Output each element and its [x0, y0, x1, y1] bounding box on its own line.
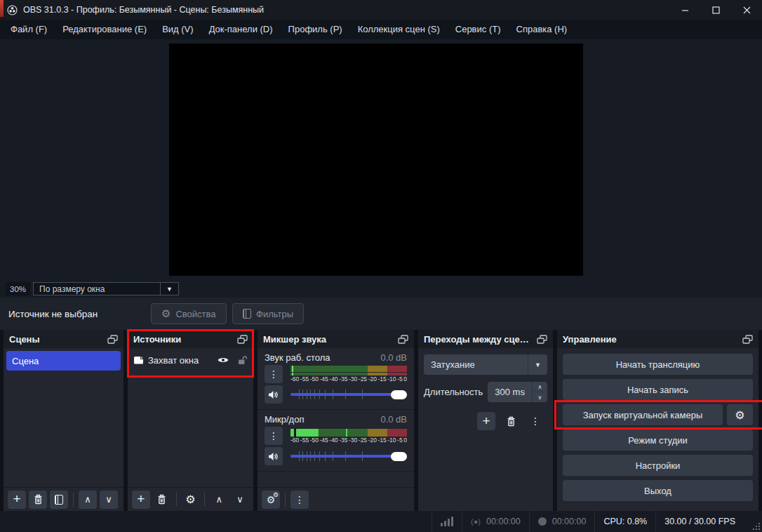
- obs-logo-icon: [7, 5, 18, 15]
- menu-edit[interactable]: Редактирование (E): [55, 20, 154, 39]
- scene-filters-button[interactable]: [50, 491, 68, 509]
- preview-area: 30% По размеру окна ▼: [0, 39, 762, 298]
- selected-source-status: Источник не выбран: [8, 309, 98, 319]
- scenes-dock-title: Сцены: [9, 334, 40, 345]
- signal-bars-icon: [441, 517, 453, 526]
- transitions-dock-header[interactable]: Переходы между сце…: [418, 330, 553, 348]
- add-transition-button[interactable]: +: [477, 412, 495, 430]
- mute-button[interactable]: [265, 447, 283, 465]
- exit-button[interactable]: Выход: [563, 480, 753, 501]
- chevron-down-icon: ▼: [528, 354, 547, 375]
- filters-button-label: Фильтры: [256, 309, 293, 319]
- meter-tick: -40: [329, 437, 337, 444]
- dots-icon: ⋮: [269, 430, 279, 441]
- scene-list-item[interactable]: Сцена: [6, 351, 121, 371]
- window-title: OBS 31.0.3 - Профиль: Безымянный - Сцены…: [23, 5, 264, 15]
- advanced-audio-button[interactable]: ⚙ ⚙: [262, 491, 280, 509]
- volume-meter: -60-55-50-45-40-35-30-25-20-15-10-50: [290, 429, 407, 444]
- title-bar[interactable]: OBS 31.0.3 - Профиль: Безымянный - Сцены…: [0, 0, 762, 20]
- move-source-up-button[interactable]: ∧: [210, 491, 228, 509]
- start-recording-button[interactable]: Начать запись: [563, 379, 753, 400]
- chevron-down-icon: ∨: [236, 494, 243, 505]
- menu-tools[interactable]: Сервис (T): [448, 20, 509, 39]
- transition-dropdown[interactable]: Затухание ▼: [424, 354, 547, 375]
- duration-input[interactable]: 300 ms: [488, 382, 532, 402]
- transitions-body: Затухание ▼ Длительность 300 ms ∧ ∨ +: [418, 348, 553, 511]
- popout-dock-icon[interactable]: [742, 335, 753, 344]
- add-scene-button[interactable]: +: [8, 491, 26, 509]
- meter-tick: -10: [387, 437, 396, 444]
- channel-menu-button[interactable]: ⋮: [265, 427, 283, 445]
- studio-mode-button[interactable]: Режим студии: [563, 430, 753, 451]
- menu-file[interactable]: Файл (F): [3, 20, 55, 39]
- meter-tick: -45: [319, 437, 328, 444]
- filters-icon: [55, 495, 63, 505]
- transitions-dock: Переходы между сце… Затухание ▼ Длительн…: [418, 330, 553, 511]
- meter-tick: -30: [349, 437, 357, 444]
- spin-down-button[interactable]: ∨: [533, 392, 547, 402]
- meter-tick: -25: [359, 437, 367, 444]
- meter-bar-left: [290, 366, 407, 372]
- meter-tick: -15: [377, 376, 386, 383]
- status-bar-right: (●) 00:00:00 00:00:00 CPU: 0.8% 30.00 / …: [432, 511, 762, 532]
- start-streaming-button[interactable]: Начать трансляцию: [563, 354, 753, 375]
- maximize-button[interactable]: [700, 0, 731, 20]
- meter-tick: -50: [310, 437, 319, 444]
- menu-profile[interactable]: Профиль (P): [281, 20, 350, 39]
- transition-menu-button[interactable]: ⋮: [526, 412, 544, 430]
- fps-value: 30.00 / 30.00 FPS: [664, 517, 735, 526]
- channel-menu-button[interactable]: ⋮: [265, 365, 283, 383]
- remove-scene-button[interactable]: [29, 491, 47, 509]
- scenes-dock-header[interactable]: Сцены: [4, 330, 123, 348]
- meter-tick: -15: [377, 437, 386, 444]
- speaker-icon: [268, 390, 279, 399]
- add-source-button[interactable]: +: [132, 491, 150, 509]
- slider-handle[interactable]: [391, 390, 407, 399]
- resize-grip[interactable]: [753, 523, 760, 530]
- volume-slider[interactable]: [290, 389, 407, 400]
- properties-button[interactable]: ⚙ Свойства: [151, 303, 227, 324]
- source-properties-button[interactable]: ⚙: [182, 491, 200, 509]
- popout-dock-icon[interactable]: [537, 335, 547, 344]
- duration-label: Длительность: [424, 387, 483, 397]
- volume-meter: -60-55-50-45-40-35-30-25-20-15-10-50: [290, 366, 407, 383]
- meter-tick: 0: [403, 376, 407, 383]
- meter-tick: 0: [403, 437, 407, 444]
- remove-source-button[interactable]: [153, 491, 171, 509]
- preview-canvas[interactable]: [169, 44, 583, 276]
- menu-help[interactable]: Справка (H): [509, 20, 575, 39]
- menu-scene-collection[interactable]: Коллекция сцен (S): [350, 20, 448, 39]
- mute-button[interactable]: [265, 385, 283, 404]
- settings-button[interactable]: Настройки: [563, 455, 753, 476]
- move-scene-up-button[interactable]: ∧: [79, 491, 97, 509]
- volume-slider[interactable]: [290, 451, 407, 462]
- mixer-dock-header[interactable]: Микшер звука: [258, 330, 414, 348]
- meter-tick: -60: [290, 376, 299, 383]
- chevron-up-icon: ∧: [84, 494, 91, 505]
- move-source-down-button[interactable]: ∨: [231, 491, 249, 509]
- scene-item-label: Сцена: [12, 356, 39, 366]
- minimize-button[interactable]: [669, 0, 700, 20]
- meter-tick: -20: [368, 437, 377, 444]
- meter-tick: -35: [339, 376, 347, 383]
- mixer-dock-title: Микшер звука: [263, 334, 326, 345]
- properties-button-label: Свойства: [175, 309, 215, 319]
- stream-health-indicator: [432, 511, 462, 532]
- popout-dock-icon[interactable]: [398, 335, 408, 344]
- menu-docks[interactable]: Док-панели (D): [201, 20, 281, 39]
- mixer-menu-button[interactable]: ⋮: [290, 491, 309, 509]
- obs-window: OBS 31.0.3 - Профиль: Безымянный - Сцены…: [0, 0, 762, 532]
- menu-view[interactable]: Вид (V): [154, 20, 201, 39]
- plus-icon: +: [482, 414, 490, 427]
- controls-dock-header[interactable]: Управление: [557, 330, 758, 348]
- filters-button[interactable]: Фильтры: [232, 303, 304, 324]
- move-scene-down-button[interactable]: ∨: [100, 491, 118, 509]
- popout-dock-icon[interactable]: [107, 335, 118, 344]
- spin-up-button[interactable]: ∧: [533, 382, 547, 392]
- slider-handle[interactable]: [391, 452, 407, 461]
- close-button[interactable]: [731, 0, 762, 20]
- zoom-mode-dropdown[interactable]: По размеру окна ▼: [33, 282, 179, 295]
- dots-icon: ⋮: [295, 494, 305, 505]
- remove-transition-button[interactable]: [502, 412, 520, 430]
- channel-name: Микр/доп: [265, 414, 304, 425]
